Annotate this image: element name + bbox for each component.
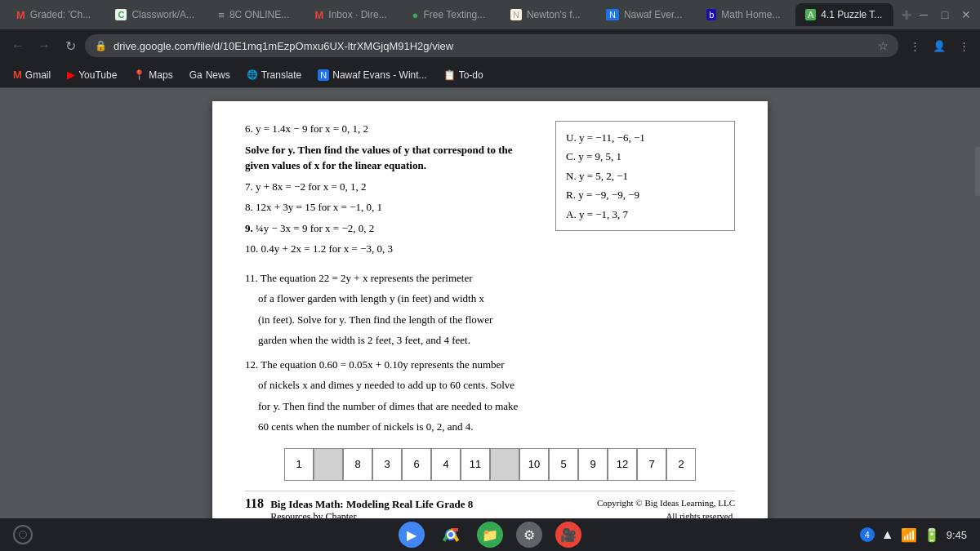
grid-cell-7: [490, 448, 519, 481]
tab-inbox[interactable]: M Inbox · Dire... ✕: [305, 3, 399, 26]
problem11-line4: garden when the width is 2 feet, 3 feet,…: [258, 332, 735, 349]
bookmark-news[interactable]: Ga News: [183, 68, 237, 82]
grid-cell-13: 2: [666, 448, 696, 481]
window-controls: ─ □ ✕: [916, 7, 973, 22]
back-button[interactable]: ←: [7, 34, 29, 57]
tab-classwork-icon: C: [115, 9, 127, 20]
tab-math-home[interactable]: b Math Home... ✕: [697, 3, 792, 26]
tab-classwork[interactable]: C Classwork/A... ✕: [105, 3, 205, 26]
forward-button[interactable]: →: [33, 34, 56, 57]
new-tab-button[interactable]: ➕: [900, 8, 913, 21]
address-bar[interactable]: 🔒 drive.google.com/file/d/10E1mq1mEzpOmx…: [85, 34, 898, 57]
bookmark-todo-label: To-do: [459, 69, 483, 81]
tab-math-home-label: Math Home...: [721, 9, 780, 20]
problem10: 10. 0.4y + 2x = 1.2 for x = −3, 0, 3: [245, 241, 542, 257]
problem11: 11. The equation 22 = 2y + x represents …: [245, 270, 735, 349]
tab-puzzle-close[interactable]: ✕: [890, 8, 893, 21]
tab-newtons[interactable]: N Newton's f... ✕: [501, 3, 593, 26]
extensions-icon[interactable]: ⋮: [905, 36, 924, 56]
answer-C: C. y = 9, 5, 1: [566, 147, 724, 166]
nawaf-evans-icon: N: [318, 69, 329, 81]
settings-gear-icon: ⚙: [523, 527, 535, 543]
restore-button[interactable]: □: [938, 7, 952, 22]
tab-nawaf-ever-icon: N: [606, 9, 619, 20]
bookmark-youtube-label: YouTube: [78, 69, 117, 81]
taskbar-home-button[interactable]: [13, 525, 33, 544]
page-number: 118: [245, 496, 264, 511]
bookmark-star-icon[interactable]: ☆: [878, 39, 889, 52]
bookmark-translate-label: Translate: [261, 69, 302, 81]
tab-free-texting-close[interactable]: ✕: [493, 8, 497, 21]
copyright-text: Copyright © Big Ideas Learning, LLC: [597, 496, 735, 510]
refresh-button[interactable]: ↻: [59, 34, 82, 57]
footer-left: 118 Big Ideas Math: Modeling Real Life G…: [245, 496, 473, 519]
chrome-button[interactable]: [438, 522, 464, 548]
problem8: 8. 12x + 3y = 15 for x = −1, 0, 1: [245, 199, 542, 216]
bookmark-todo[interactable]: 📋 To-do: [437, 68, 490, 82]
youtube-icon: ▶: [67, 69, 75, 81]
main-content: 6. y = 1.4x − 9 for x = 0, 1, 2 Solve fo…: [0, 88, 980, 518]
camera-button[interactable]: 🎥: [555, 522, 581, 548]
wifi-icon: ▲: [881, 527, 894, 542]
gmail-icon: M: [13, 69, 22, 81]
grid-cell-11: 12: [608, 448, 637, 481]
problem12-line3: for y. Then find the number of dimes tha…: [258, 398, 735, 415]
address-bar-row: ← → ↻ 🔒 drive.google.com/file/d/10E1mq1m…: [0, 29, 980, 62]
grid-cell-2: 8: [343, 448, 372, 481]
tab-newtons-label: Newton's f...: [527, 9, 581, 20]
taskbar-right: 4 ▲ 📶 🔋 9:45: [860, 527, 967, 543]
tab-newtons-close[interactable]: ✕: [589, 8, 593, 21]
settings-button[interactable]: ⚙: [516, 522, 542, 548]
signal-icon: 📶: [901, 527, 917, 543]
tab-puzzle[interactable]: A 4.1 Puzzle T... ✕: [795, 3, 893, 26]
tab-math-home-close[interactable]: ✕: [788, 8, 792, 21]
lock-icon: 🔒: [95, 40, 107, 51]
bookmark-gmail-label: Gmail: [25, 69, 51, 81]
answer-N: N. y = 5, 2, −1: [566, 167, 724, 185]
grid-cell-0: 1: [284, 448, 314, 481]
svg-point-2: [448, 532, 453, 537]
bookmark-translate[interactable]: 🌐 Translate: [240, 68, 309, 82]
tab-math-home-icon: b: [706, 9, 716, 20]
notification-badge: 4: [860, 527, 875, 542]
profile-icon[interactable]: 👤: [929, 36, 949, 56]
bookmark-nawaf-evans[interactable]: N Nawaf Evans - Wint...: [311, 68, 433, 82]
grid-cell-12: 7: [637, 448, 666, 481]
grid-cell-10: 9: [578, 448, 608, 481]
tab-classwork-close[interactable]: ✕: [203, 8, 205, 21]
bookmark-gmail[interactable]: M Gmail: [7, 67, 57, 82]
taskbar: ▶ 📁 ⚙ 🎥 4 ▲ 📶 🔋: [0, 518, 980, 551]
tab-nawaf-ever[interactable]: N Nawaf Ever... ✕: [596, 3, 693, 26]
scroll-handle[interactable]: [975, 147, 980, 196]
minimize-button[interactable]: ─: [916, 7, 931, 22]
tab-8c-online[interactable]: ≡ 8C ONLINE... ✕: [208, 3, 301, 26]
bookmark-youtube[interactable]: ▶ YouTube: [60, 67, 123, 82]
tab-inbox-close[interactable]: ✕: [395, 8, 399, 21]
battery-icon: 🔋: [924, 527, 940, 543]
grid-cell-4: 6: [402, 448, 431, 481]
close-button[interactable]: ✕: [959, 7, 973, 22]
files-button[interactable]: 📁: [477, 522, 503, 548]
translate-icon: 🌐: [247, 69, 258, 80]
tab-free-texting-icon: ●: [412, 9, 419, 21]
address-text: drive.google.com/file/d/10E1mq1mEzpOmxu6…: [114, 40, 871, 52]
grid-cell-9: 5: [549, 448, 578, 481]
grid-cell-8: 10: [519, 448, 549, 481]
pdf-page: 6. y = 1.4x − 9 for x = 0, 1, 2 Solve fo…: [212, 101, 768, 518]
tab-puzzle-icon: A: [805, 9, 816, 20]
menu-icon[interactable]: ⋮: [954, 36, 973, 56]
tab-free-texting[interactable]: ● Free Texting... ✕: [403, 3, 497, 26]
play-button[interactable]: ▶: [399, 522, 425, 548]
tab-graded[interactable]: M Graded: 'Ch... ✕: [7, 3, 102, 26]
bookmark-maps[interactable]: 📍 Maps: [127, 68, 179, 82]
tab-newtons-icon: N: [510, 9, 522, 20]
problem12-line1: 12. The equation 0.60 = 0.05x + 0.10y re…: [245, 357, 735, 373]
tab-graded-close[interactable]: ✕: [99, 8, 102, 21]
extension-icons: ⋮ 👤 ⋮: [905, 36, 973, 56]
clock: 9:45: [947, 529, 967, 541]
tab-8c-close[interactable]: ✕: [297, 8, 301, 21]
footer-subtitle: Resources by Chapter: [270, 511, 473, 519]
pdf-footer: 118 Big Ideas Math: Modeling Real Life G…: [245, 491, 735, 519]
tab-nawaf-ever-close[interactable]: ✕: [690, 8, 693, 21]
tab-classwork-label: Classwork/A...: [131, 9, 194, 20]
